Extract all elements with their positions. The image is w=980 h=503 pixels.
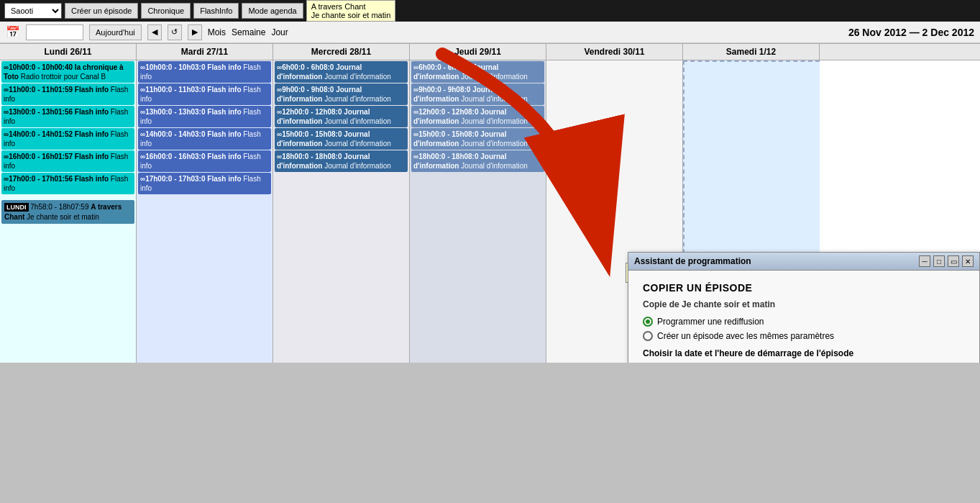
- day-header-mardi: Mardi 27/11: [137, 44, 273, 60]
- close-button[interactable]: ✕: [962, 255, 974, 267]
- dialog-titlebar: Assistant de programmation ─ □ ▭ ✕: [628, 253, 979, 271]
- radio-row-rediffusion[interactable]: Programmer une rediffusion: [643, 317, 965, 327]
- date-section-label: Choisir la date et l'heure de démarrage …: [643, 348, 965, 358]
- day-header-lundi: Lundi 26/11: [0, 44, 137, 60]
- prev-arrow[interactable]: ◀: [147, 24, 162, 40]
- today-button[interactable]: Aujourd'hui: [89, 24, 142, 40]
- radio-rediffusion-label: Programmer une rediffusion: [657, 317, 764, 327]
- radio-create[interactable]: [643, 331, 653, 341]
- list-item[interactable]: ∞16h00:0 - 16h01:57 Flash info Flash inf…: [1, 150, 134, 172]
- radio-create-label: Créer un épisode avec les mêmes paramètr…: [657, 331, 834, 341]
- list-item[interactable]: ∞16h00:0 - 16h03:0 Flash info Flash info: [138, 150, 271, 172]
- create-episode-button[interactable]: Créer un épisode: [65, 3, 138, 19]
- mois-view-button[interactable]: Mois: [208, 27, 226, 37]
- list-item[interactable]: ∞10h00:0 - 10h03:0 Flash info Flash info: [138, 61, 271, 83]
- radio-dot: [646, 320, 650, 324]
- radio-row-create[interactable]: Créer un épisode avec les mêmes paramètr…: [643, 331, 965, 341]
- list-item[interactable]: ∞15h00:0 - 15h08:0 Journal d'information…: [275, 128, 408, 150]
- navbar: 📅 Aujourd'hui ◀ ↺ ▶ Mois Semaine Jour 26…: [0, 22, 980, 43]
- toolbar-tooltip: A travers Chant Je chante soir et matin: [306, 0, 396, 22]
- list-item[interactable]: ∞9h00:0 - 9h08:0 Journal d'information J…: [275, 83, 408, 105]
- list-item[interactable]: ∞6h00:0 - 6h08:0 Journal d'information J…: [275, 61, 408, 83]
- tooltip-line2: Je chante soir et matin: [311, 11, 391, 19]
- dialog-controls: ─ □ ▭ ✕: [919, 255, 974, 267]
- restore-button[interactable]: □: [933, 255, 945, 267]
- day-header-mercredi: Mercredi 28/11: [273, 44, 410, 60]
- maximize-button[interactable]: ▭: [948, 255, 959, 267]
- mardi-column: ∞10h00:0 - 10h03:0 Flash info Flash info…: [137, 60, 273, 363]
- list-item[interactable]: ∞18h00:0 - 18h08:0 Journal d'information…: [411, 150, 544, 172]
- tooltip-line1: A travers Chant: [311, 2, 391, 11]
- list-item[interactable]: ∞14h00:0 - 14h03:0 Flash info Flash info: [138, 128, 271, 150]
- minimize-button[interactable]: ─: [919, 255, 930, 267]
- list-item[interactable]: ∞12h00:0 - 12h08:0 Journal d'information…: [411, 106, 544, 127]
- date-range-label: 26 Nov 2012 — 2 Dec 2012: [848, 27, 974, 38]
- station-select[interactable]: Saooti: [4, 3, 62, 19]
- list-item[interactable]: LUNDI 7h58:0 - 18h07:59 A travers Chant …: [1, 200, 134, 224]
- jour-view-button[interactable]: Jour: [271, 27, 288, 37]
- dialog-body: COPIER UN ÉPISODE Copie de Je chante soi…: [628, 271, 979, 363]
- toolbar: Saooti Créer un épisode Chronique FlashI…: [0, 0, 980, 22]
- list-item[interactable]: ∞13h00:0 - 13h01:56 Flash info Flash inf…: [1, 106, 134, 127]
- list-item[interactable]: ∞17h00:0 - 17h03:0 Flash info Flash info: [138, 173, 271, 194]
- list-item[interactable]: ∞11h00:0 - 11h01:59 Flash info Flash inf…: [1, 83, 134, 105]
- day-header-jeudi: Jeudi 29/11: [410, 44, 546, 60]
- chronique-button[interactable]: Chronique: [141, 3, 191, 19]
- semaine-view-button[interactable]: Semaine: [232, 27, 265, 37]
- radio-rediffusion[interactable]: [643, 317, 653, 327]
- main-area: Lundi 26/11 Mardi 27/11 Mercredi 28/11 J…: [0, 43, 980, 363]
- calendar-header: Lundi 26/11 Mardi 27/11 Mercredi 28/11 J…: [0, 44, 980, 60]
- list-item[interactable]: ∞11h00:0 - 11h03:0 Flash info Flash info: [138, 83, 271, 105]
- list-item[interactable]: ∞15h00:0 - 15h08:0 Journal d'information…: [411, 128, 544, 150]
- list-item[interactable]: ∞14h00:0 - 14h01:52 Flash info Flash inf…: [1, 128, 134, 150]
- day-header-samedi: Samedi 1/12: [683, 44, 820, 60]
- list-item[interactable]: ∞18h00:0 - 18h08:0 Journal d'information…: [275, 150, 408, 172]
- jeudi-column: ∞6h00:0 - 6h08:0 Journal d'information J…: [410, 60, 546, 363]
- next-arrow[interactable]: ▶: [188, 24, 202, 40]
- date-input[interactable]: [26, 24, 83, 40]
- mercredi-column: ∞6h00:0 - 6h08:0 Journal d'information J…: [273, 60, 410, 363]
- list-item[interactable]: ∞6h00:0 - 6h08:0 Journal d'information J…: [411, 61, 544, 83]
- list-item[interactable]: ∞10h00:0 - 10h00:40 la chronique à Toto …: [1, 61, 134, 83]
- dialog-section-title: COPIER UN ÉPISODE: [643, 282, 965, 294]
- calendar-icon[interactable]: 📅: [6, 25, 20, 39]
- dialog-copy-label: Copie de Je chante soir et matin: [643, 299, 965, 309]
- day-header-vendredi: Vendredi 30/11: [546, 44, 683, 60]
- lundi-column: ∞10h00:0 - 10h00:40 la chronique à Toto …: [0, 60, 137, 363]
- list-item[interactable]: ∞9h00:0 - 9h08:0 Journal d'information J…: [411, 83, 544, 105]
- refresh-arrow[interactable]: ↺: [168, 24, 182, 40]
- flashinfo-button[interactable]: FlashInfo: [193, 3, 239, 19]
- mode-agenda-button[interactable]: Mode agenda: [242, 3, 303, 19]
- dialog-title: Assistant de programmation: [634, 256, 751, 266]
- list-item[interactable]: ∞12h00:0 - 12h08:0 Journal d'information…: [275, 106, 408, 127]
- list-item[interactable]: ∞13h00:0 - 13h03:0 Flash info Flash info: [138, 106, 271, 127]
- list-item[interactable]: ∞17h00:0 - 17h01:56 Flash info Flash inf…: [1, 173, 134, 194]
- dialog-window: Assistant de programmation ─ □ ▭ ✕ COPIE…: [628, 252, 980, 363]
